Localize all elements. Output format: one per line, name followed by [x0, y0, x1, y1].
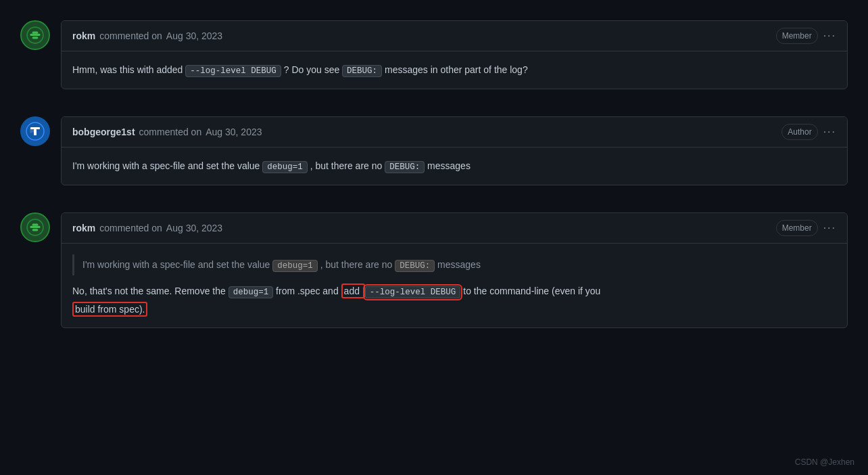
main-text-paragraph-2: build from spec). [72, 302, 836, 317]
comment-header-left-2: bobgeorge1st commented on Aug 30, 2023 [72, 125, 262, 139]
comment-header-right-3: Member ··· [776, 220, 836, 236]
comment-thread-3: rokm commented on Aug 30, 2023 Member ··… [20, 199, 848, 342]
comment-action-3: commented on [99, 221, 162, 235]
more-options-1[interactable]: ··· [823, 28, 836, 44]
author-badge-2: Author [781, 124, 817, 140]
svg-rect-3 [32, 37, 39, 39]
code-debug-colon-2: DEBUG: [385, 161, 425, 173]
quote-text-2: , but there are no [318, 259, 395, 270]
comment-body-1: Hmm, was this with added --log-level DEB… [62, 51, 847, 89]
svg-rect-6 [34, 129, 37, 135]
quote-text-1: I'm working with a spec-file and set the… [82, 259, 272, 270]
comment-action-2: commented on [139, 125, 202, 139]
more-options-2[interactable]: ··· [823, 124, 836, 140]
main-text-paragraph: No, that's not the same. Remove the debu… [72, 284, 836, 299]
comment-body-2: I'm working with a spec-file and set the… [62, 148, 847, 185]
comment-header-right-1: Member ··· [776, 28, 836, 44]
comment-thread-2: bobgeorge1st commented on Aug 30, 2023 A… [20, 103, 848, 199]
comment-header-2: bobgeorge1st commented on Aug 30, 2023 A… [62, 117, 847, 148]
body-text-1: Hmm, was this with added [72, 64, 185, 75]
comment-header-3: rokm commented on Aug 30, 2023 Member ··… [62, 213, 847, 244]
main-text-after: to the command-line (even if you [460, 286, 600, 296]
comments-container: rokm commented on Aug 30, 2023 Member ··… [0, 0, 868, 362]
comment-date-2: Aug 30, 2023 [206, 125, 262, 139]
watermark: CSDN @Jexhen [795, 456, 854, 468]
comment-header-right-2: Author ··· [781, 124, 836, 140]
avatar-rokm-2 [20, 212, 50, 242]
highlight-add-text: add [341, 284, 365, 298]
member-badge-3: Member [776, 220, 818, 236]
avatar-bobgeorge [20, 116, 50, 146]
svg-rect-2 [32, 32, 39, 34]
comment-body-3: I'm working with a spec-file and set the… [62, 244, 847, 327]
comment-action-1: commented on [99, 29, 162, 43]
body-text-2: ? Do you see [281, 64, 342, 75]
body-text-3: messages in other part of the log? [382, 64, 528, 75]
author-name-2[interactable]: bobgeorge1st [72, 125, 135, 139]
svg-rect-1 [30, 34, 40, 36]
comment-header-left-1: rokm commented on Aug 30, 2023 [72, 29, 222, 43]
code-debug-eq-2: debug=1 [228, 286, 274, 298]
member-badge-1: Member [776, 28, 818, 44]
svg-rect-8 [30, 226, 40, 228]
author-name-1[interactable]: rokm [72, 29, 95, 43]
body-text-6: messages [425, 160, 471, 171]
comment-date-3: Aug 30, 2023 [166, 221, 222, 235]
comment-box-1: rokm commented on Aug 30, 2023 Member ··… [61, 20, 848, 89]
quote-code-2: DEBUG: [395, 260, 435, 272]
comment-date-1: Aug 30, 2023 [166, 29, 222, 43]
more-options-3[interactable]: ··· [823, 220, 836, 236]
avatar-rokm-1 [20, 20, 50, 50]
svg-rect-10 [32, 229, 39, 231]
code-log-level-2: --log-level DEBUG [365, 286, 461, 298]
code-debug-colon-1: DEBUG: [342, 65, 382, 77]
quote-code-1: debug=1 [272, 260, 318, 272]
main-text-mid: from .spec and [273, 286, 341, 296]
main-text-before: No, that's not the same. Remove the [72, 286, 228, 296]
quote-text-3: messages [435, 259, 481, 270]
comment-box-3: rokm commented on Aug 30, 2023 Member ··… [61, 212, 848, 328]
quoted-block: I'm working with a spec-file and set the… [72, 254, 836, 275]
code-log-level-1: --log-level DEBUG [185, 65, 281, 77]
code-debug-eq-1: debug=1 [262, 161, 308, 173]
comment-header-left-3: rokm commented on Aug 30, 2023 [72, 221, 222, 235]
body-text-5: , but there are no [308, 160, 385, 171]
highlight-build-text: build from spec). [72, 302, 147, 317]
author-name-3[interactable]: rokm [72, 221, 95, 235]
svg-rect-9 [32, 224, 39, 226]
comment-box-2: bobgeorge1st commented on Aug 30, 2023 A… [61, 116, 848, 185]
body-text-4: I'm working with a spec-file and set the… [72, 160, 262, 171]
comment-thread-1: rokm commented on Aug 30, 2023 Member ··… [20, 7, 848, 103]
comment-header-1: rokm commented on Aug 30, 2023 Member ··… [62, 21, 847, 51]
